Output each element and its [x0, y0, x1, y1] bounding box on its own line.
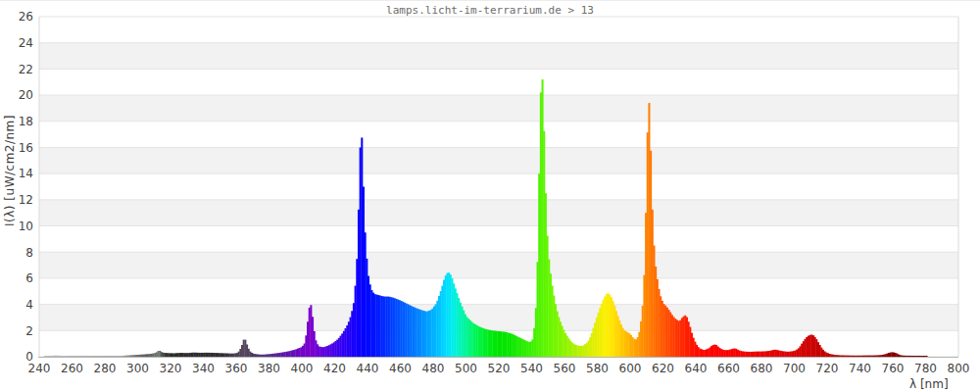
y-tick-label: 8: [25, 246, 33, 260]
grid-band: [39, 43, 958, 70]
y-tick-label: 18: [19, 115, 33, 128]
x-tick-label: 700: [783, 362, 806, 375]
x-tick-label: 460: [389, 362, 412, 375]
x-tick-label: 480: [422, 362, 445, 375]
x-tick-label: 680: [751, 362, 773, 375]
x-tick-label: 400: [291, 362, 314, 375]
x-tick-label: 380: [258, 362, 280, 375]
grid-band: [39, 252, 958, 278]
y-tick-label: 16: [19, 141, 33, 155]
grid-band: [39, 305, 958, 331]
x-tick-label: 240: [28, 362, 51, 375]
x-tick-label: 500: [455, 362, 477, 375]
y-tick-label: 24: [19, 36, 33, 50]
grid-band: [39, 95, 958, 122]
spectrum-chart-page: lamps.licht-im-terrarium.de > 13 0246810…: [0, 0, 980, 392]
x-tick-label: 800: [948, 362, 970, 375]
y-tick-label: 4: [25, 298, 33, 312]
y-tick-label: 20: [19, 88, 33, 102]
spectrum-plot: 0246810121416182022242624026028030032034…: [0, 1, 980, 392]
x-tick-label: 520: [488, 362, 511, 375]
y-tick-label: 26: [19, 10, 33, 24]
x-tick-label: 420: [323, 362, 346, 375]
x-tick-label: 580: [586, 362, 609, 375]
x-tick-label: 660: [717, 362, 740, 375]
y-tick-label: 12: [19, 193, 33, 207]
spectrum-bar: [926, 356, 928, 357]
x-tick-label: 320: [160, 362, 182, 375]
x-tick-label: 280: [94, 362, 117, 375]
x-tick-label: 620: [652, 362, 674, 375]
x-tick-label: 340: [192, 362, 215, 375]
y-tick-label: 6: [25, 271, 33, 285]
x-tick-label: 540: [520, 362, 543, 375]
x-tick-label: 260: [61, 362, 83, 375]
grid-band: [39, 200, 958, 226]
y-tick-label: 14: [19, 167, 33, 180]
x-axis-label: λ [nm]: [909, 377, 949, 391]
x-tick-label: 600: [619, 362, 642, 375]
grid-band: [39, 147, 958, 173]
x-tick-label: 300: [126, 362, 149, 375]
x-tick-label: 760: [882, 362, 905, 375]
x-tick-label: 640: [685, 362, 708, 375]
y-tick-label: 2: [25, 324, 33, 338]
x-tick-label: 560: [554, 362, 576, 375]
x-tick-label: 740: [849, 362, 871, 375]
y-tick-label: 10: [19, 220, 33, 233]
y-axis-label: I(λ) [uW/cm2/nm]: [3, 115, 17, 226]
x-tick-label: 440: [357, 362, 379, 375]
x-tick-label: 720: [816, 362, 839, 375]
x-tick-label: 360: [225, 362, 248, 375]
y-tick-label: 22: [19, 63, 33, 76]
x-tick-label: 780: [914, 362, 937, 375]
